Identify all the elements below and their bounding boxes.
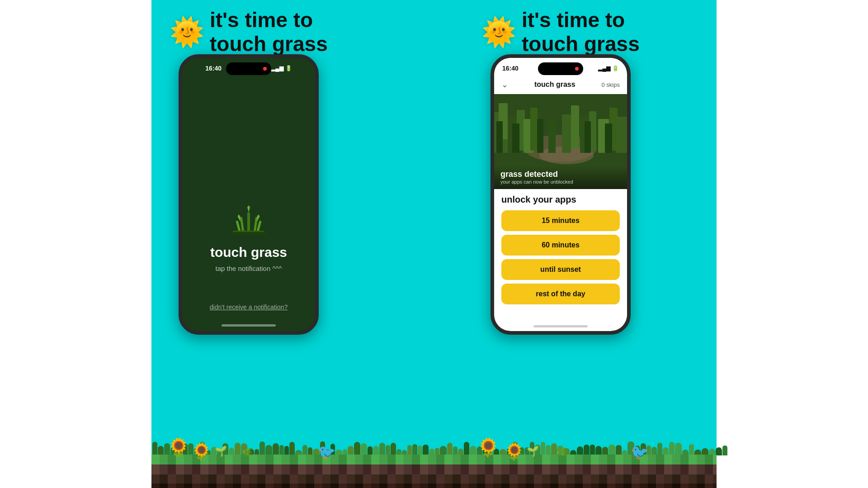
grass-tuft-pixel: [368, 446, 373, 455]
grass-detected-label: grass detected: [500, 170, 621, 179]
grass-tuft-pixel: [584, 445, 590, 455]
btn-15min[interactable]: 15 minutes: [501, 210, 620, 231]
header-right: 🌞 it's time to touch grass: [481, 8, 640, 56]
header-line1-left: it's time to: [210, 8, 328, 32]
grass-tuft-pixel: [418, 445, 422, 455]
svg-rect-26: [496, 121, 503, 153]
btn-restday[interactable]: rest of the day: [501, 284, 620, 304]
phone-right: 16:40 ▂▄▆ 🔋 ⌄ touch grass 0 skips: [491, 54, 631, 335]
grass-tuft-pixel: [302, 445, 307, 455]
nav-title: touch grass: [534, 81, 576, 89]
grass-overlay: grass detected your apps can now be unbl…: [494, 166, 627, 189]
pixel-sunflower-left2: 🌻: [191, 444, 212, 460]
grass-tuft-pixel: [609, 445, 615, 455]
grass-tuft-pixel: [379, 443, 385, 455]
grass-tuft-pixel: [675, 443, 682, 455]
main-area: 🌞 it's time to touch grass 🌞 it's time t…: [151, 0, 717, 488]
phone-left: 16:40 ▂▄▆ 🔋: [179, 54, 319, 335]
grass-tuft-pixel: [423, 445, 429, 455]
svg-rect-19: [562, 114, 571, 153]
grass-tuft-pixel: [616, 445, 622, 455]
grass-tuft-pixel: [259, 441, 265, 455]
back-button[interactable]: ⌄: [501, 80, 508, 90]
svg-rect-25: [616, 117, 627, 153]
grass-tuft-pixel: [412, 444, 417, 455]
pixel-bird-right: 🐦: [631, 444, 649, 461]
grass-tuft-pixel: [235, 443, 241, 455]
grass-tuft-pixel: [590, 445, 595, 455]
sun-icon-left: 🌞: [170, 18, 204, 46]
red-dot-right: [575, 67, 579, 71]
pixel-sunflower-right2: 🌻: [504, 444, 524, 460]
pixel-sunflower-right1: 🌻: [477, 438, 500, 456]
btn-60min[interactable]: 60 minutes: [501, 235, 620, 256]
svg-rect-0: [247, 213, 250, 231]
svg-rect-18: [530, 108, 538, 151]
svg-rect-29: [548, 121, 556, 153]
signal-left: ▂▄▆: [271, 65, 283, 71]
header-line2-right: touch grass: [522, 32, 640, 56]
grass-tuft-pixel: [464, 442, 469, 455]
svg-rect-9: [231, 232, 267, 234]
grass-tuft-pixel: [722, 445, 727, 455]
time-left: 16:40: [205, 65, 222, 72]
unlock-title: unlock your apps: [501, 194, 620, 205]
grass-subtext: your apps can now be unblocked: [500, 179, 621, 185]
grass-tuft-pixel: [407, 445, 412, 455]
header-text-right: it's time to touch grass: [522, 8, 640, 56]
red-dot-left: [263, 67, 267, 71]
svg-rect-20: [571, 105, 579, 148]
grass-tuft-pixel: [440, 446, 447, 455]
battery-left: 🔋: [285, 65, 292, 71]
ground-row-dark: [151, 483, 717, 488]
svg-rect-31: [605, 123, 612, 153]
phone-subtitle: tap the notification ^^^: [215, 265, 282, 272]
sunflower-icon-1: 🌻: [167, 438, 190, 456]
grass-tuft-pixel: [669, 442, 675, 455]
grass-tuft-pixel: [158, 446, 164, 455]
sunflower-icon-3: 🌻: [477, 438, 500, 456]
phone-app-title-left: touch grass: [210, 245, 287, 260]
header-left: 🌞 it's time to touch grass: [170, 8, 328, 56]
status-icons-left: ▂▄▆ 🔋: [271, 65, 292, 71]
small-plant-3: 🌱: [527, 445, 539, 457]
small-plant-1: 🌱: [215, 445, 227, 457]
screen-right: 16:40 ▂▄▆ 🔋 ⌄ touch grass 0 skips: [494, 58, 627, 331]
small-plant-4: 🌿: [556, 447, 566, 457]
ground-row-brown1: [151, 464, 717, 474]
svg-rect-27: [512, 123, 519, 153]
grass-tuft-pixel: [373, 446, 379, 455]
grass-tuft-pixel: [289, 442, 295, 455]
grass-tuft-pixel: [595, 446, 602, 455]
svg-rect-28: [537, 119, 543, 153]
btn-sunset[interactable]: until sunset: [501, 259, 620, 280]
grass-tuft-pixel: [447, 443, 453, 455]
grass-tuft-pixel: [453, 446, 458, 455]
pixel-bird-left: 🐦: [318, 444, 336, 461]
svg-marker-5: [247, 205, 250, 213]
signal-right: ▂▄▆: [598, 65, 610, 71]
side-panel-left: [0, 0, 151, 488]
status-icons-right: ▂▄▆ 🔋: [598, 65, 619, 71]
svg-rect-30: [585, 121, 591, 153]
sunflower-icon-2: 🌻: [191, 444, 212, 460]
header-line2-left: touch grass: [210, 32, 328, 56]
sunflower-icon-4: 🌻: [504, 444, 524, 460]
grass-tuft-pixel: [152, 442, 157, 455]
dynamic-island-left: [226, 62, 271, 75]
notification-link[interactable]: didn't receive a notification?: [210, 303, 288, 311]
home-indicator-right: [533, 325, 588, 327]
dynamic-island-right: [538, 62, 583, 75]
header-line1-right: it's time to: [522, 8, 640, 32]
grass-display: touch grass tap the notification ^^^: [210, 136, 287, 272]
grass-tuft-pixel: [391, 443, 396, 455]
ground-row-brown2: [151, 474, 717, 483]
screen-left: 16:40 ▂▄▆ 🔋: [182, 58, 315, 331]
time-right: 16:40: [502, 65, 519, 72]
grass-tuft-pixel: [354, 442, 360, 455]
side-panel-right: [717, 0, 868, 488]
grass-tuft-pixel: [386, 445, 390, 455]
grass-tuft-pixel: [284, 446, 289, 455]
home-indicator-left: [222, 324, 276, 327]
grass-tuft-pixel: [279, 445, 284, 455]
